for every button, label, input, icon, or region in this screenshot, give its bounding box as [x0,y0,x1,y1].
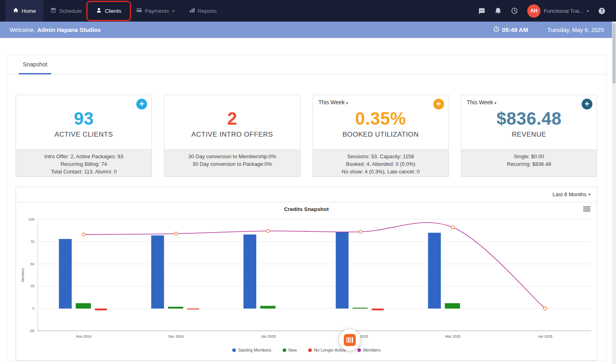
legend-item[interactable]: New [283,348,297,352]
stat-detail-line: Single: $0.00 [463,153,595,160]
stat-card-top: 93 ACTIVE CLIENTS [16,95,152,149]
nav-item-label: Schedule [59,8,82,14]
stat-detail-line: Recurring: $836.48 [463,160,595,168]
stat-detail-line: 30 Day conversion to Package:0% [166,160,298,168]
svg-text:100: 100 [28,217,34,221]
legend-label: Members [363,348,381,352]
nav-item-home[interactable]: Home [6,0,43,22]
stat-value: 93 [74,109,94,129]
dashboard-card: Snapshot + 93 ACTIVE CLIENTS Intro Offer… [6,55,606,361]
chart-legend: Starting MembersNewNo Longer ActiveMembe… [19,346,594,354]
calendar-icon [50,7,56,14]
series-new [76,303,460,308]
legend-dot [232,348,236,352]
stat-detail-line: Booked: 4, Attended: 0 (0.0%) [315,160,447,168]
nav-item-schedule[interactable]: Schedule [43,0,89,22]
add-icon[interactable]: + [433,99,444,109]
chevron-down-icon: ▾ [588,192,590,197]
svg-text:-25: -25 [29,329,34,333]
welcome-text: Welcome, [10,27,35,33]
scrollbar-thumb[interactable] [612,23,616,84]
bar-chart-icon [189,7,195,14]
welcome-username: Admin Hapana Studios [37,27,101,33]
svg-text:Dec 2024: Dec 2024 [168,334,184,338]
series-no-longer-active [95,308,384,310]
svg-text:Mar 2025: Mar 2025 [445,334,461,338]
history-clock-icon[interactable] [511,7,518,14]
welcome-bar: Welcome, Admin Hapana Studios 05:49 AM T… [0,22,616,38]
chevron-down-icon: ▾ [494,101,496,105]
svg-text:25: 25 [30,284,34,288]
tabs-row: Snapshot [7,55,606,75]
nav-item-payments[interactable]: Payments ▾ [129,0,182,22]
stat-card-footer: Sessions: 53, Capacity: 1158 Booked: 4, … [313,149,449,177]
stat-detail-line: No show: 4 (0.3%), Late cancel: 0 [315,168,447,175]
avatar[interactable]: AH [527,4,540,18]
chart-title: Credits Snapshot [19,206,594,214]
stat-cards-row: + 93 ACTIVE CLIENTS Intro Offer: 2, Acti… [7,75,606,177]
chevron-down-icon: ▾ [173,9,175,13]
credits-snapshot-chart: 1007550250-25MembersNov 2024Dec 2024Jan … [19,214,594,343]
stat-detail-line: 30 Day conversion to Membership:0% [166,153,298,160]
stat-label: ACTIVE INTRO OFFERS [191,131,273,139]
period-dropdown[interactable]: This Week▾ [319,99,348,105]
nav-item-label: Reports [198,8,217,14]
stat-value: 0.35% [355,109,406,129]
legend-dot [308,348,312,352]
current-time: 05:49 AM [493,26,528,34]
nav-item-clients[interactable]: Clients [89,0,128,22]
chevron-down-icon: ▾ [587,9,589,13]
legend-dot [283,348,286,352]
person-icon [96,7,102,14]
clock-icon [493,26,500,34]
tab-snapshot[interactable]: Snapshot [19,55,51,74]
legend-dot [357,348,361,352]
chart-body: Credits Snapshot 1007550250-25MembersNov… [16,202,597,360]
period-dropdown[interactable]: This Week▾ [467,99,496,105]
chevron-down-icon: ▾ [346,101,348,105]
navbar-actions: AH Functional Trai... ▾ [478,0,616,22]
chart-context-menu-icon[interactable] [583,205,590,213]
svg-text:Apr 2025: Apr 2025 [538,334,552,338]
nav-item-reports[interactable]: Reports [182,0,224,22]
stat-label: REVENUE [512,131,546,139]
legend-item[interactable]: Members [357,348,381,352]
svg-text:50: 50 [30,262,34,266]
stat-card-footer: Intro Offer: 2, Active Packages: 93 Recu… [16,149,152,177]
stat-card-footer: 30 Day conversion to Membership:0% 30 Da… [164,149,300,177]
stat-label: BOOKED UTILIZATION [343,131,419,139]
account-menu[interactable]: AH Functional Trai... ▾ [527,4,589,18]
svg-text:0: 0 [32,306,34,310]
page-scrollbar[interactable] [612,22,616,364]
stat-detail-line: Intro Offer: 2, Active Packages: 93 [18,153,150,160]
hapana-logo-icon [344,334,356,346]
top-navbar: Home Schedule Clients Payments ▾ Reports [0,0,616,22]
stat-card-booked-utilization: This Week▾ + 0.35% BOOKED UTILIZATION Se… [313,95,449,177]
loading-spinner [339,329,361,351]
welcome-right: 05:49 AM Tuesday, May 6, 2025 [493,26,604,34]
main-nav: Home Schedule Clients Payments ▾ Reports [6,0,224,22]
messages-icon[interactable] [478,7,485,15]
stat-label: ACTIVE CLIENTS [54,131,113,139]
home-icon [13,7,19,14]
nav-item-label: Clients [105,8,121,14]
nav-item-label: Home [22,8,36,14]
stat-detail-line: Total Contact: 113, Alumni: 0 [18,168,150,175]
legend-label: New [289,348,297,352]
add-icon[interactable]: + [582,99,592,109]
stat-card-revenue: This Week▾ + $836.48 REVENUE Single: $0.… [461,95,597,177]
svg-text:75: 75 [30,240,34,244]
app-screen: Home Schedule Clients Payments ▾ Reports [0,0,616,364]
svg-text:Nov 2024: Nov 2024 [76,334,92,338]
legend-item[interactable]: No Longer Active [308,348,346,352]
stat-value: $836.48 [496,109,562,129]
legend-label: Starting Members [238,348,271,352]
stat-value: 2 [227,109,237,129]
help-icon[interactable] [598,7,606,15]
range-dropdown[interactable]: Last 6 Months [552,191,586,197]
notifications-bell-icon[interactable] [494,7,502,14]
legend-item[interactable]: Starting Members [232,348,271,352]
stat-card-active-intro-offers: 2 ACTIVE INTRO OFFERS 30 Day conversion … [164,95,300,177]
payments-icon [136,7,142,14]
stat-card-footer: Single: $0.00 Recurring: $836.48 [461,149,597,177]
